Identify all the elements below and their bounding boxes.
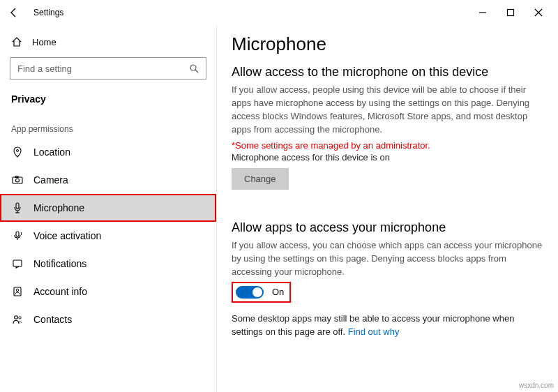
voice-icon [11,230,24,241]
svg-rect-7 [13,177,22,183]
app-title: Settings [33,8,63,17]
titlebar: Settings [0,0,558,25]
sidebar-item-contacts[interactable]: Contacts [0,306,216,333]
svg-line-5 [195,70,198,73]
sidebar-item-label: Account info [33,286,87,297]
main-container: Home Find a setting Privacy App permissi… [0,25,558,392]
svg-point-18 [15,316,18,319]
account-icon [11,286,24,297]
maximize-button[interactable] [502,4,519,21]
sidebar-item-label: Location [33,146,70,158]
category-header: Privacy [0,88,216,121]
page-title: Microphone [232,33,543,55]
back-button[interactable] [6,4,22,21]
section1-heading: Allow access to the microphone on this d… [232,65,543,80]
search-icon [189,63,199,73]
sidebar-item-label: Microphone [33,202,84,213]
svg-point-4 [190,65,196,70]
change-button[interactable]: Change [232,168,289,190]
search-placeholder: Find a setting [17,63,72,74]
apps-access-toggle[interactable] [236,286,264,299]
sidebar-item-voice-activation[interactable]: Voice activation [0,222,216,250]
spacer [232,190,543,216]
svg-point-17 [16,289,19,292]
section2-body: If you allow access, you can choose whic… [232,239,543,279]
search-input[interactable]: Find a setting [10,57,206,80]
window-controls [474,4,547,21]
svg-point-8 [16,179,20,182]
sidebar: Home Find a setting Privacy App permissi… [0,25,216,392]
access-status: Microphone access for this device is on [232,152,543,163]
toggle-label: On [272,287,284,297]
apps-access-toggle-row: On [232,282,291,303]
sidebar-item-label: Voice activation [33,230,101,241]
camera-icon [11,174,24,186]
svg-rect-13 [16,232,19,236]
svg-point-19 [19,317,21,319]
desktop-apps-note: Some desktop apps may still be able to a… [232,312,543,339]
sidebar-item-label: Notifications [33,258,86,269]
find-out-why-link[interactable]: Find out why [348,326,400,337]
minimize-button[interactable] [474,4,491,21]
admin-notice: *Some settings are managed by an adminis… [232,140,543,151]
location-icon [11,146,24,158]
contacts-icon [11,314,24,325]
section-label: App permissions [0,121,216,138]
home-label: Home [32,37,56,47]
notifications-icon [11,258,24,269]
section1-body: If you allow access, people using this d… [232,84,543,136]
watermark: wsxdn.com [519,382,554,389]
sidebar-item-microphone[interactable]: Microphone [0,194,216,222]
content-pane: Microphone Allow access to the microphon… [216,25,558,392]
svg-rect-10 [16,203,19,209]
sidebar-item-label: Contacts [33,314,72,325]
sidebar-item-label: Camera [33,174,68,186]
home-nav[interactable]: Home [0,31,216,53]
sidebar-item-camera[interactable]: Camera [0,166,216,194]
home-icon [11,36,22,47]
microphone-icon [11,202,24,213]
svg-rect-1 [508,10,514,16]
sidebar-item-notifications[interactable]: Notifications [0,250,216,278]
svg-rect-15 [13,260,22,266]
section2-heading: Allow apps to access your microphone [232,220,543,235]
svg-point-6 [17,150,19,152]
titlebar-left: Settings [6,4,63,21]
sidebar-item-location[interactable]: Location [0,138,216,166]
close-button[interactable] [530,4,547,21]
sidebar-item-account-info[interactable]: Account info [0,278,216,306]
